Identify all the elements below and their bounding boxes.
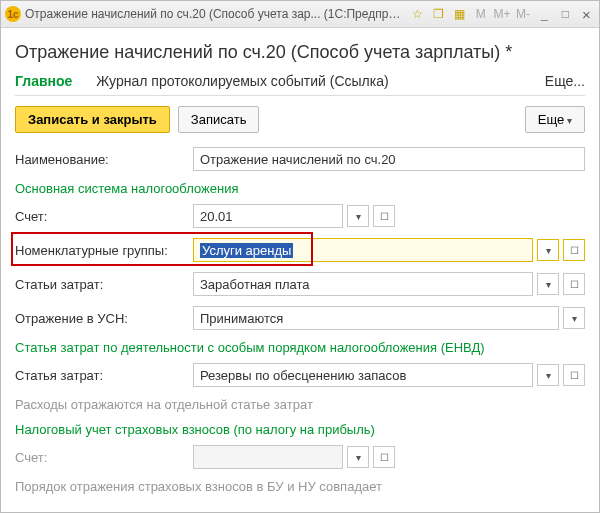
name-input[interactable]: Отражение начислений по сч.20 bbox=[193, 147, 585, 171]
label-cost-items: Статьи затрат: bbox=[15, 277, 193, 292]
tab-more[interactable]: Еще... bbox=[545, 73, 585, 89]
maximize-icon[interactable]: □ bbox=[557, 5, 574, 23]
name-value: Отражение начислений по сч.20 bbox=[200, 152, 396, 167]
account2-dropdown-button[interactable]: ▾ bbox=[347, 446, 369, 468]
cost-items-dropdown-button[interactable]: ▾ bbox=[537, 273, 559, 295]
row-account: Счет: 20.01 ▾ ☐ bbox=[15, 204, 585, 228]
cost-item-envd-value: Резервы по обесценению запасов bbox=[200, 368, 406, 383]
usn-value: Принимаются bbox=[200, 311, 283, 326]
tab-journal[interactable]: Журнал протоколируемых событий (Ссылка) bbox=[96, 73, 388, 89]
row-nom-groups: Номенклатурные группы: Услуги аренды ▾ ☐ bbox=[15, 238, 585, 262]
section-osn: Основная система налогообложения bbox=[15, 181, 585, 196]
app-window: 1c Отражение начислений по сч.20 (Способ… bbox=[0, 0, 600, 513]
content-area: Отражение начислений по сч.20 (Способ уч… bbox=[1, 28, 599, 508]
write-and-close-button[interactable]: Записать и закрыть bbox=[15, 106, 170, 133]
mem-m-button[interactable]: M bbox=[472, 5, 489, 23]
cost-item-envd-open-button[interactable]: ☐ bbox=[563, 364, 585, 386]
nom-groups-value: Услуги аренды bbox=[200, 243, 293, 258]
account2-input[interactable] bbox=[193, 445, 343, 469]
row-account2: Счет: ▾ ☐ bbox=[15, 445, 585, 469]
account-dropdown-button[interactable]: ▾ bbox=[347, 205, 369, 227]
cost-item-envd-dropdown-button[interactable]: ▾ bbox=[537, 364, 559, 386]
account2-open-button[interactable]: ☐ bbox=[373, 446, 395, 468]
calc-icon[interactable]: ▦ bbox=[451, 5, 468, 23]
cost-items-open-button[interactable]: ☐ bbox=[563, 273, 585, 295]
cost-items-value: Заработная плата bbox=[200, 277, 310, 292]
tabs-row: Главное Журнал протоколируемых событий (… bbox=[15, 73, 585, 96]
account-open-button[interactable]: ☐ bbox=[373, 205, 395, 227]
mem-mplus-button[interactable]: M+ bbox=[493, 5, 510, 23]
label-name: Наименование: bbox=[15, 152, 193, 167]
label-account: Счет: bbox=[15, 209, 193, 224]
app-icon: 1c bbox=[5, 6, 21, 22]
page-title: Отражение начислений по сч.20 (Способ уч… bbox=[15, 42, 585, 63]
label-account2: Счет: bbox=[15, 450, 193, 465]
usn-dropdown-button[interactable]: ▾ bbox=[563, 307, 585, 329]
toolbar: Записать и закрыть Записать Еще bbox=[15, 106, 585, 133]
copy-icon[interactable]: ❐ bbox=[430, 5, 447, 23]
row-cost-items: Статьи затрат: Заработная плата ▾ ☐ bbox=[15, 272, 585, 296]
nom-groups-open-button[interactable]: ☐ bbox=[563, 239, 585, 261]
account-input[interactable]: 20.01 bbox=[193, 204, 343, 228]
row-cost-item-envd: Статья затрат: Резервы по обесценению за… bbox=[15, 363, 585, 387]
close-icon[interactable]: × bbox=[578, 5, 595, 23]
cost-items-input[interactable]: Заработная плата bbox=[193, 272, 533, 296]
minimize-icon[interactable]: _ bbox=[536, 5, 553, 23]
nom-groups-dropdown-button[interactable]: ▾ bbox=[537, 239, 559, 261]
nom-groups-input[interactable]: Услуги аренды bbox=[193, 238, 533, 262]
account-value: 20.01 bbox=[200, 209, 233, 224]
section-envd: Статья затрат по деятельности с особым п… bbox=[15, 340, 585, 355]
row-name: Наименование: Отражение начислений по сч… bbox=[15, 147, 585, 171]
envd-note: Расходы отражаются на отдельной статье з… bbox=[15, 397, 585, 412]
cost-item-envd-input[interactable]: Резервы по обесценению запасов bbox=[193, 363, 533, 387]
fav-icon[interactable]: ☆ bbox=[409, 5, 426, 23]
titlebar: 1c Отражение начислений по сч.20 (Способ… bbox=[1, 1, 599, 28]
tax-note: Порядок отражения страховых взносов в БУ… bbox=[15, 479, 585, 494]
row-usn: Отражение в УСН: Принимаются ▾ bbox=[15, 306, 585, 330]
tab-main[interactable]: Главное bbox=[15, 73, 72, 89]
section-tax: Налоговый учет страховых взносов (по нал… bbox=[15, 422, 585, 437]
window-title: Отражение начислений по сч.20 (Способ уч… bbox=[25, 7, 405, 21]
toolbar-more-button[interactable]: Еще bbox=[525, 106, 585, 133]
mem-mminus-button[interactable]: M- bbox=[515, 5, 532, 23]
label-nom-groups: Номенклатурные группы: bbox=[15, 243, 193, 258]
usn-input[interactable]: Принимаются bbox=[193, 306, 559, 330]
write-button[interactable]: Записать bbox=[178, 106, 260, 133]
label-cost-item-envd: Статья затрат: bbox=[15, 368, 193, 383]
label-usn: Отражение в УСН: bbox=[15, 311, 193, 326]
